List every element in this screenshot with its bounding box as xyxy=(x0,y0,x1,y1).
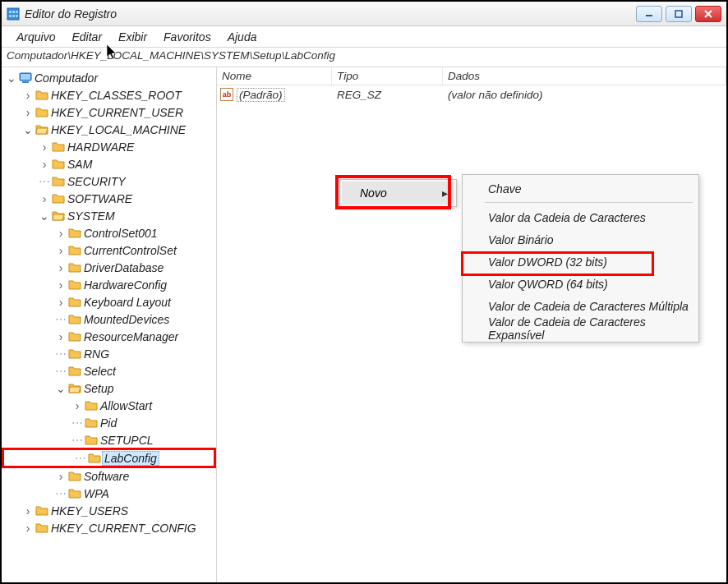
tree-line-icon: ⋯ xyxy=(76,452,85,465)
expand-icon[interactable]: › xyxy=(56,470,66,483)
tree-hkcc[interactable]: ›HKEY_CURRENT_CONFIG xyxy=(2,519,216,536)
col-header-type[interactable]: Tipo xyxy=(332,67,443,85)
main-pane: ⌄ Computador › HKEY_CLASSES_ROOT › HKEY_… xyxy=(2,67,726,582)
tree-system[interactable]: ⌄SYSTEM xyxy=(2,207,216,224)
expand-icon[interactable]: › xyxy=(56,296,66,309)
tree-rng[interactable]: ⋯RNG xyxy=(2,345,216,362)
tree-software[interactable]: ›SOFTWARE xyxy=(2,190,216,207)
tree-currentcontrolset[interactable]: ›CurrentControlSet xyxy=(2,241,216,259)
submenu-binary[interactable]: Valor Binário xyxy=(465,228,696,251)
expand-icon[interactable]: › xyxy=(56,261,66,274)
expand-icon[interactable]: › xyxy=(39,192,49,205)
submenu-multistring[interactable]: Valor de Cadeia de Caracteres Múltipla xyxy=(465,295,696,317)
tree-driverdatabase[interactable]: ›DriverDatabase xyxy=(2,259,216,276)
menu-favoritos[interactable]: Favoritos xyxy=(155,26,219,47)
folder-icon xyxy=(35,106,48,119)
submenu-expandstring[interactable]: Valor de Cadeia de Caracteres Expansível xyxy=(465,317,696,339)
folder-icon xyxy=(68,470,81,483)
tree-label: WPA xyxy=(84,487,109,500)
minimize-button[interactable] xyxy=(636,6,662,22)
expand-icon[interactable]: › xyxy=(23,504,33,517)
expand-icon[interactable]: › xyxy=(23,522,33,535)
folder-icon xyxy=(85,416,98,430)
computer-icon xyxy=(19,71,32,85)
context-item-novo[interactable]: Novo ▸ xyxy=(342,182,454,205)
expand-icon[interactable]: ⌄ xyxy=(23,123,33,136)
tree-hkcu[interactable]: › HKEY_CURRENT_USER xyxy=(2,103,216,121)
folder-icon xyxy=(68,278,81,292)
tree-label: HARDWARE xyxy=(67,140,134,154)
tree-line-icon: ⋯ xyxy=(56,313,66,326)
maximize-button[interactable] xyxy=(666,6,692,22)
folder-icon xyxy=(68,487,81,500)
tree-keyboardlayout[interactable]: ›Keyboard Layout xyxy=(2,293,216,310)
values-pane[interactable]: Nome Tipo Dados ab (Padrão) REG_SZ (valo… xyxy=(217,67,726,582)
tree-hardwareconfig[interactable]: ›HardwareConfig xyxy=(2,276,216,293)
mouse-cursor-icon xyxy=(107,44,120,61)
value-row-default[interactable]: ab (Padrão) REG_SZ (valor não definido) xyxy=(217,85,726,103)
tree-label: ResourceManager xyxy=(84,330,178,343)
tree-pid[interactable]: ⋯Pid xyxy=(2,414,216,431)
expand-icon[interactable]: › xyxy=(23,89,33,102)
tree-security[interactable]: ⋯SECURITY xyxy=(2,172,216,190)
tree-resourcemanager[interactable]: ›ResourceManager xyxy=(2,328,216,345)
tree-label: MountedDevices xyxy=(84,313,169,326)
registry-tree[interactable]: ⌄ Computador › HKEY_CLASSES_ROOT › HKEY_… xyxy=(2,67,217,582)
tree-computer[interactable]: ⌄ Computador xyxy=(2,69,216,86)
expand-icon[interactable]: › xyxy=(39,140,49,154)
titlebar: Editor do Registro xyxy=(2,2,726,26)
tree-label: Software xyxy=(84,470,129,483)
expand-icon[interactable]: › xyxy=(56,278,66,292)
expand-icon[interactable]: › xyxy=(56,227,66,240)
expand-icon[interactable]: ⌄ xyxy=(39,209,49,223)
expand-icon[interactable]: › xyxy=(72,399,82,412)
svg-rect-2 xyxy=(12,11,15,13)
tree-label: HKEY_LOCAL_MACHINE xyxy=(51,123,186,136)
tree-hkcr[interactable]: › HKEY_CLASSES_ROOT xyxy=(2,86,216,103)
submenu-qword[interactable]: Valor QWORD (64 bits) xyxy=(465,273,696,295)
expand-icon[interactable]: ⌄ xyxy=(56,382,66,395)
tree-hklm[interactable]: ⌄ HKEY_LOCAL_MACHINE xyxy=(2,121,216,138)
submenu-label: Valor Binário xyxy=(488,233,554,246)
values-header: Nome Tipo Dados xyxy=(217,67,726,85)
folder-icon xyxy=(68,244,81,257)
expand-icon[interactable]: › xyxy=(56,244,66,257)
svg-rect-8 xyxy=(675,11,682,17)
tree-mounteddevices[interactable]: ⋯MountedDevices xyxy=(2,310,216,328)
tree-select[interactable]: ⋯Select xyxy=(2,362,216,379)
col-header-name[interactable]: Nome xyxy=(217,67,332,85)
tree-label: SAM xyxy=(67,158,92,171)
submenu-string[interactable]: Valor da Cadeia de Caracteres xyxy=(465,206,696,228)
submenu-dword[interactable]: Valor DWORD (32 bits) xyxy=(465,251,696,273)
expand-icon[interactable]: ⌄ xyxy=(7,71,16,85)
submenu-label: Valor de Cadeia de Caracteres Múltipla xyxy=(488,300,689,313)
tree-setup[interactable]: ⌄Setup xyxy=(2,379,216,397)
tree-sam[interactable]: ›SAM xyxy=(2,155,216,172)
tree-hku[interactable]: ›HKEY_USERS xyxy=(2,502,216,519)
tree-line-icon: ⋯ xyxy=(56,365,66,378)
submenu-chave[interactable]: Chave xyxy=(465,177,696,200)
tree-hardware[interactable]: ›HARDWARE xyxy=(2,138,216,155)
menu-editar[interactable]: Editar xyxy=(63,26,110,47)
tree-wpa[interactable]: ⋯WPA xyxy=(2,485,216,502)
expand-icon[interactable]: › xyxy=(39,158,49,171)
menu-arquivo[interactable]: Arquivo xyxy=(8,26,63,47)
tree-controlset001[interactable]: ›ControlSet001 xyxy=(2,224,216,241)
col-header-data[interactable]: Dados xyxy=(443,67,726,85)
folder-icon xyxy=(85,434,98,447)
submenu-label: Chave xyxy=(488,182,521,195)
address-bar[interactable]: Computador\HKEY_LOCAL_MACHINE\SYSTEM\Set… xyxy=(2,48,726,67)
tree-labconfig[interactable]: ⋯LabConfig xyxy=(5,450,213,466)
expand-icon[interactable]: › xyxy=(56,330,66,343)
close-button[interactable] xyxy=(695,6,721,22)
tree-setupcl[interactable]: ⋯SETUPCL xyxy=(2,431,216,448)
tree-allowstart[interactable]: ›AllowStart xyxy=(2,397,216,414)
expand-icon[interactable]: › xyxy=(23,106,33,119)
tree-system-software[interactable]: ›Software xyxy=(2,467,216,485)
menu-ajuda[interactable]: Ajuda xyxy=(219,26,265,47)
tree-label: SOFTWARE xyxy=(67,192,132,205)
address-path: Computador\HKEY_LOCAL_MACHINE\SYSTEM\Set… xyxy=(7,49,335,62)
submenu-label: Valor QWORD (64 bits) xyxy=(488,278,608,291)
svg-rect-4 xyxy=(9,15,12,17)
tree-label: LabConfig xyxy=(102,451,159,466)
